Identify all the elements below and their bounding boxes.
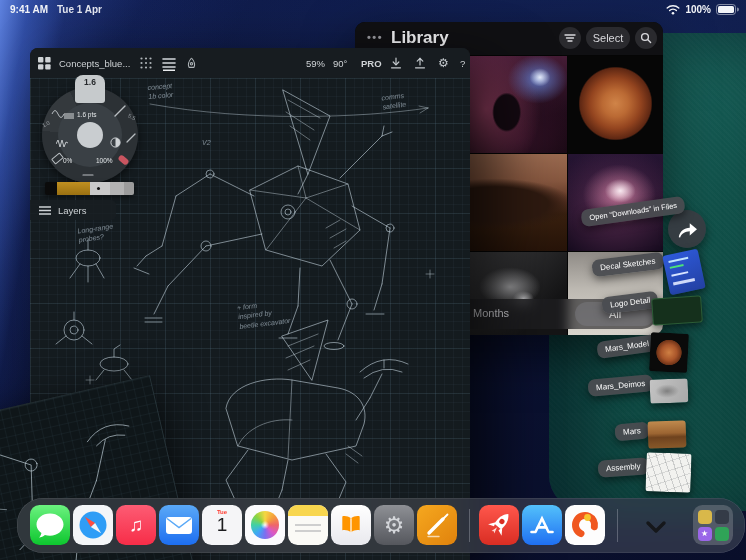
battery-percent: 100% xyxy=(685,4,711,15)
help-button[interactable]: ? xyxy=(460,48,465,78)
pen-nib-button[interactable] xyxy=(185,48,198,78)
messages-bubble-icon xyxy=(30,505,70,545)
dock-icon-app-library[interactable]: ★ xyxy=(693,505,733,545)
pen-nib-icon xyxy=(185,57,198,70)
app-library-mini-green xyxy=(715,527,729,541)
photos-flower-icon xyxy=(251,511,279,539)
dock-divider xyxy=(617,509,618,542)
dock-icon-notes[interactable] xyxy=(288,505,328,545)
tool-wheel-hub[interactable] xyxy=(77,122,103,148)
app-library-mini-purple: ★ xyxy=(698,527,712,541)
dock-icon-photos[interactable] xyxy=(245,505,285,545)
pro-badge[interactable]: PRO xyxy=(361,48,382,78)
layer-lines-button-selected[interactable] xyxy=(162,48,176,78)
dock-icon-music[interactable]: ♫ xyxy=(116,505,156,545)
swatch-dark-gray[interactable] xyxy=(124,182,134,195)
drag-thumb-logo-detail[interactable] xyxy=(651,295,703,325)
more-options-button[interactable]: ••• xyxy=(367,31,383,43)
notes-line xyxy=(295,524,321,526)
concepts-pen-icon xyxy=(417,505,457,545)
pencil-tool-icon xyxy=(82,171,94,179)
contrast-icon xyxy=(110,137,121,148)
active-tool-flag[interactable]: 1.6 xyxy=(75,75,105,103)
photo-thumb-mars-landscape[interactable] xyxy=(463,154,567,251)
dock-icon-books[interactable] xyxy=(331,505,371,545)
export-icon xyxy=(414,57,426,69)
zoom-level[interactable]: 59% xyxy=(306,48,325,78)
drag-pill-assembly[interactable]: Assembly xyxy=(597,457,649,477)
pressure-curve-icon xyxy=(56,139,68,148)
color-swatch-bar[interactable] xyxy=(45,182,134,195)
clock: 9:41 AM xyxy=(10,4,48,15)
safari-compass-icon xyxy=(73,505,113,545)
dot-grid-button[interactable] xyxy=(140,48,152,78)
dock-icon-c-logo-app[interactable] xyxy=(565,505,605,545)
decal-mark-1 xyxy=(668,257,688,263)
wifi-icon xyxy=(666,4,680,15)
tool-wheel[interactable]: 1.6 1.0 5.5 1.6 pts xyxy=(42,87,138,183)
dock-icon-mail[interactable] xyxy=(159,505,199,545)
stroke-size-label: 1.6 pts xyxy=(77,111,97,118)
app-library-mini-yellow xyxy=(698,510,712,524)
tab-months[interactable]: Months xyxy=(473,307,509,319)
status-bar: 9:41 AM Tue 1 Apr 100% xyxy=(0,0,746,20)
stroke-lines-glyph xyxy=(64,113,74,119)
drag-thumb-mars[interactable] xyxy=(648,420,687,448)
selected-swatch-dot xyxy=(97,187,100,190)
notes-line xyxy=(295,530,321,532)
dock-hide-chevron[interactable] xyxy=(639,509,673,547)
drag-thumb-assembly[interactable] xyxy=(645,452,691,493)
drag-thumb-mars-deimos[interactable] xyxy=(650,378,689,403)
dock-icon-app-store[interactable] xyxy=(522,505,562,545)
filter-menu-button[interactable] xyxy=(559,27,581,49)
photo-thumb-horsehead-nebula[interactable] xyxy=(463,56,567,153)
dock-icon-messages[interactable] xyxy=(30,505,70,545)
photo-thumb-mars-globe[interactable] xyxy=(568,56,663,153)
mail-envelope-icon xyxy=(159,505,199,545)
dock-icon-calendar[interactable]: Tue 1 xyxy=(202,505,242,545)
dock-icon-safari[interactable] xyxy=(73,505,113,545)
note-version: V2 xyxy=(202,138,211,147)
layers-button[interactable]: Layers xyxy=(30,200,116,220)
stacked-lines-icon xyxy=(162,56,176,71)
select-button[interactable]: Select xyxy=(586,27,630,49)
swatch-gold[interactable] xyxy=(57,182,90,195)
import-icon xyxy=(390,57,402,69)
battery-icon xyxy=(716,4,739,15)
date: Tue 1 Apr xyxy=(57,4,102,15)
swatch-light-gray-selected[interactable] xyxy=(90,182,110,195)
decal-mark-4 xyxy=(673,278,695,286)
dot-grid-icon xyxy=(140,57,152,69)
dock-icon-settings[interactable]: ⚙ xyxy=(374,505,414,545)
app-library-mini-dark xyxy=(715,510,729,524)
swatch-gray[interactable] xyxy=(110,182,124,195)
calendar-day: 1 xyxy=(202,515,242,536)
rotation-value[interactable]: 90° xyxy=(333,48,347,78)
share-forward-button[interactable] xyxy=(668,210,706,248)
filter-lines-icon xyxy=(564,33,576,43)
search-button[interactable] xyxy=(635,27,657,49)
settings-gear-button[interactable]: ⚙ xyxy=(438,48,449,78)
c-logo-icon xyxy=(565,505,605,545)
note-concept: concept 1b color xyxy=(147,81,173,102)
pen-tool-icon xyxy=(126,133,136,143)
page-title: Library xyxy=(391,28,449,48)
document-title[interactable]: Concepts_blue... xyxy=(59,48,130,78)
dock-icon-rocket-app[interactable] xyxy=(479,505,519,545)
decal-mark-3 xyxy=(671,271,688,276)
app-store-a-icon xyxy=(522,505,562,545)
dock: ♫ Tue 1 ⚙ xyxy=(17,498,745,553)
home-grid-button[interactable] xyxy=(38,48,51,78)
dock-icon-concepts[interactable] xyxy=(417,505,457,545)
decal-mark-2 xyxy=(670,264,684,269)
note-satellite: comms satellite xyxy=(381,91,407,113)
opacity-right-label: 100% xyxy=(96,157,113,164)
export-button[interactable] xyxy=(414,48,426,78)
swatch-black[interactable] xyxy=(45,182,57,195)
drag-pill-mars[interactable]: Mars xyxy=(614,422,649,442)
grid-squares-icon xyxy=(38,57,51,70)
drag-thumb-mars-model[interactable] xyxy=(649,332,689,373)
dock-divider xyxy=(469,509,470,542)
opacity-left-label: 0% xyxy=(63,157,72,164)
import-button[interactable] xyxy=(390,48,402,78)
